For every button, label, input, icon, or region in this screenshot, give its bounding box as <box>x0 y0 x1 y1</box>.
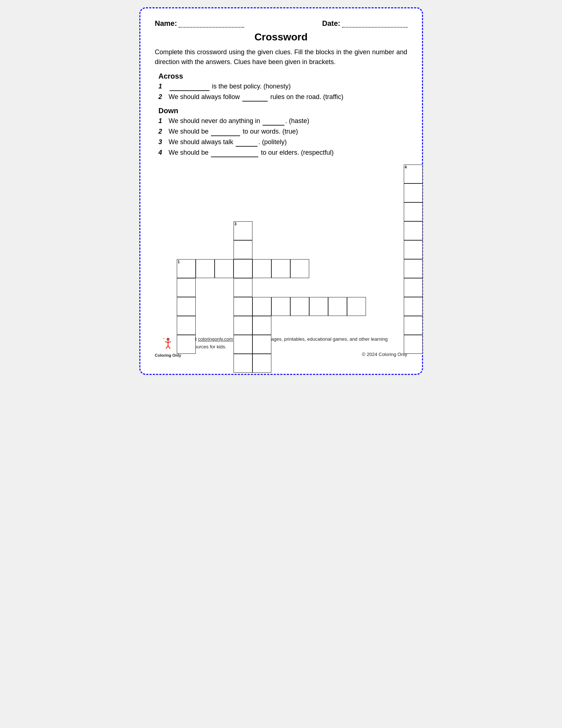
grid-cell[interactable] <box>234 354 252 373</box>
grid-cell[interactable] <box>309 297 328 316</box>
instructions-text: Complete this crossword using the given … <box>155 47 407 67</box>
down-clue-text-4: We should be to our elders. (respectful) <box>169 149 334 157</box>
date-label: Date: <box>322 19 340 28</box>
down-clue-3: 3 We should always talk . (politely) <box>159 138 407 147</box>
grid-cell[interactable]: 3 <box>234 221 252 240</box>
grid-cell[interactable] <box>234 278 252 297</box>
grid-cell[interactable] <box>328 297 347 316</box>
down-clue-number-1: 1 <box>159 117 167 125</box>
across-clue-1: 1 is the best policy. (honesty) <box>159 83 407 91</box>
footer-website-link[interactable]: coloringonly.com <box>198 336 233 342</box>
grid-cell[interactable] <box>196 259 215 278</box>
grid-cell[interactable] <box>177 335 196 354</box>
grid-cell[interactable] <box>404 259 423 278</box>
footer-content: Visit coloringonly.com for free coloring… <box>188 336 407 358</box>
grid-cell[interactable] <box>347 297 366 316</box>
down-blank-2 <box>211 128 240 136</box>
down-clue-2: 2 We should be to our words. (true) <box>159 128 407 136</box>
down-clue-number-2: 2 <box>159 128 167 135</box>
across-clue-2: 2 We should always follow rules on the r… <box>159 93 407 102</box>
down-blank-1 <box>263 117 284 126</box>
header-row: Name: Date: <box>155 19 407 28</box>
grid-cell[interactable] <box>290 297 309 316</box>
down-clue-text-3: We should always talk . (politely) <box>169 138 287 147</box>
name-section: Name: <box>155 19 244 28</box>
cell-number: 1 <box>178 260 180 264</box>
down-section: Down 1 We should never do anything in . … <box>155 107 407 157</box>
grid-cell[interactable] <box>404 183 423 202</box>
across-clue-text-2: We should always follow rules on the roa… <box>169 93 344 102</box>
across-clue-text-1: is the best policy. (honesty) <box>169 83 291 91</box>
across-blank-1 <box>170 83 210 91</box>
across-clue-number-1: 1 <box>159 83 167 90</box>
grid-cell[interactable] <box>234 335 252 354</box>
svg-marker-6 <box>163 337 165 339</box>
grid-cell[interactable] <box>271 259 290 278</box>
grid-cell[interactable] <box>234 240 252 259</box>
down-clue-4: 4 We should be to our elders. (respectfu… <box>159 149 407 157</box>
grid-cell[interactable] <box>404 221 423 240</box>
grid-cell[interactable] <box>252 354 271 373</box>
grid-cell[interactable]: 1 <box>177 259 196 278</box>
cell-number: 3 <box>235 222 237 226</box>
logo-svg <box>160 336 176 352</box>
svg-line-5 <box>168 346 170 349</box>
name-label: Name: <box>155 19 177 28</box>
grid-cell[interactable] <box>271 297 290 316</box>
crossword-grid: // Will draw cells programmatically 431 <box>155 165 407 325</box>
down-clue-text-2: We should be to our words. (true) <box>169 128 298 136</box>
name-line <box>179 20 244 28</box>
date-line <box>342 20 407 28</box>
grid-cell[interactable] <box>252 316 271 335</box>
grid-cell[interactable] <box>404 316 423 335</box>
page-title: Crossword <box>155 31 407 43</box>
footer-visit-text: Visit coloringonly.com for free coloring… <box>188 336 407 351</box>
down-clue-number-4: 4 <box>159 149 167 157</box>
grid-cell[interactable] <box>290 259 309 278</box>
across-clue-number-2: 2 <box>159 93 167 101</box>
down-blank-3 <box>236 138 258 147</box>
grid-cell[interactable] <box>404 240 423 259</box>
grid-cell[interactable] <box>234 259 252 278</box>
grid-cell[interactable] <box>404 335 423 354</box>
grid-cell[interactable] <box>177 316 196 335</box>
grid-cell[interactable] <box>404 297 423 316</box>
grid-cell[interactable] <box>404 202 423 221</box>
date-section: Date: <box>322 19 407 28</box>
grid-cell[interactable] <box>252 259 271 278</box>
grid-cell[interactable] <box>404 278 423 297</box>
across-title: Across <box>159 72 407 80</box>
svg-line-4 <box>166 346 168 349</box>
grid-cell[interactable] <box>177 297 196 316</box>
across-blank-2 <box>242 93 268 102</box>
down-title: Down <box>159 107 407 115</box>
grid-cell[interactable] <box>234 297 252 316</box>
grid-cell[interactable]: 4 <box>404 165 423 183</box>
down-clue-text-1: We should never do anything in . (haste) <box>169 117 310 126</box>
grid-cell[interactable] <box>252 297 271 316</box>
cell-number: 4 <box>405 166 407 169</box>
grid-cell[interactable] <box>177 278 196 297</box>
grid-cell[interactable] <box>215 259 234 278</box>
down-clue-1: 1 We should never do anything in . (hast… <box>159 117 407 126</box>
page: Name: Date: Crossword Complete this cros… <box>139 7 423 375</box>
down-clue-number-3: 3 <box>159 138 167 146</box>
grid-cell[interactable] <box>252 335 271 354</box>
footer-copyright: © 2024 Coloring Only <box>188 351 407 359</box>
across-section: Across 1 is the best policy. (honesty) 2… <box>155 72 407 102</box>
grid-cell[interactable] <box>234 316 252 335</box>
down-blank-4 <box>211 149 258 157</box>
